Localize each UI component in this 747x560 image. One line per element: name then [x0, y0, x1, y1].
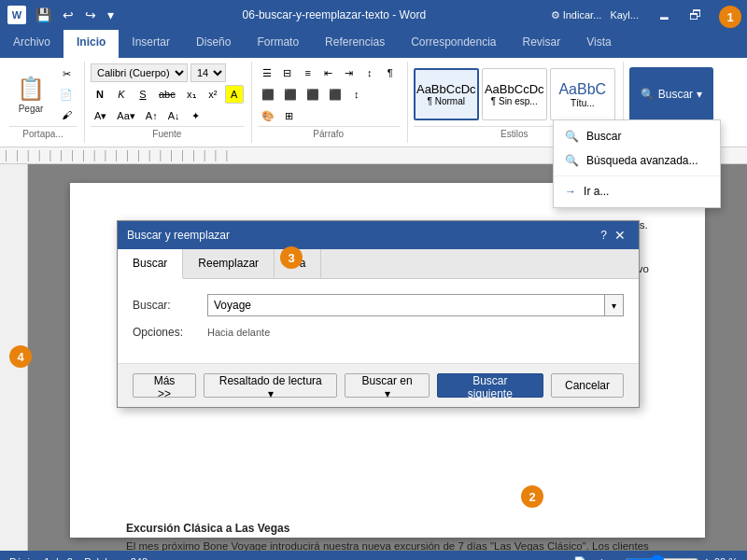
help-icon[interactable]: ?	[600, 227, 607, 244]
border-button[interactable]: ⊞	[280, 106, 299, 125]
dialog-close-button[interactable]: ✕	[611, 227, 629, 244]
align-center-button[interactable]: ⬛	[280, 85, 301, 104]
group-paragraph: ☰ ⊟ ≡ ⇤ ⇥ ↕ ¶ ⬛ ⬛ ⬛ ⬛	[254, 62, 408, 143]
font-color-button[interactable]: A▾	[91, 106, 110, 125]
justify-button[interactable]: ⬛	[325, 85, 345, 104]
resaltado-label: Resaltado de lectura	[219, 374, 322, 387]
italic-button[interactable]: K	[112, 85, 131, 104]
font-size-select[interactable]: 14	[190, 63, 226, 82]
underline-button[interactable]: S	[134, 85, 152, 104]
style-no-spacing-label: ¶ Sin esp...	[491, 96, 538, 106]
group-font: Calibri (Cuerpo) 14 N K S abc x₁	[87, 62, 252, 143]
dialog-titlebar-right: ? ✕	[600, 227, 629, 244]
dialog-buscaren-button[interactable]: Buscar en ▾	[345, 373, 429, 398]
dialog-options-row: Opciones: Hacia delante	[133, 324, 624, 341]
clipboard-content: 📋 Pegar ✂ 📄 🖌	[9, 63, 77, 125]
buscar-dropdown-arrow: ▾	[697, 88, 702, 101]
paragraph-content: ☰ ⊟ ≡ ⇤ ⇥ ↕ ¶ ⬛ ⬛ ⬛ ⬛	[258, 63, 400, 125]
multilevel-list-button[interactable]: ≡	[299, 63, 317, 82]
dialog-options-value: Hacia delante	[207, 325, 270, 341]
style-no-spacing[interactable]: AaBbCcDc ¶ Sin esp...	[482, 68, 547, 120]
maximize-button[interactable]: 🗗	[682, 6, 710, 24]
bold-button[interactable]: N	[91, 85, 109, 104]
tab-diseno[interactable]: Diseño	[183, 30, 244, 58]
tab-correspondencia[interactable]: Correspondencia	[398, 30, 509, 58]
align-left-button[interactable]: ⬛	[258, 85, 278, 104]
indent-decrease-button[interactable]: ⇤	[319, 63, 338, 82]
paste-button[interactable]: 📋 Pegar	[9, 66, 52, 122]
status-bar: Página 1 de 2 Palabras: 248 📄 ✓ − + 90 %	[0, 551, 747, 560]
clear-format-button[interactable]: ✦	[187, 106, 205, 125]
tab-archivo[interactable]: Archivo	[0, 30, 63, 58]
strikethrough-button[interactable]: abc	[155, 85, 179, 104]
zoom-plus-button[interactable]: +	[703, 554, 711, 560]
page-section-paragraph: El mes próximo Bone Voyage introducirá n…	[126, 538, 649, 551]
search-icon: 🔍	[641, 88, 655, 101]
dialog-search-label: Buscar:	[133, 297, 207, 314]
dropdown-avanzada[interactable]: 🔍 Búsqueda avanzada...	[554, 148, 720, 173]
para-row-1: ☰ ⊟ ≡ ⇤ ⇥ ↕ ¶	[258, 63, 400, 82]
more-icon[interactable]: ▾	[104, 6, 118, 24]
font-family-select[interactable]: Calibri (Cuerpo)	[91, 63, 188, 82]
subscript-button[interactable]: x₁	[182, 85, 201, 104]
badge-2: 2	[521, 485, 543, 508]
font-size-increase-button[interactable]: A↑	[142, 106, 162, 125]
dialog-tab-reemplazar[interactable]: Reemplazar	[183, 249, 275, 278]
sort-button[interactable]: ↕	[360, 63, 379, 82]
redo-icon[interactable]: ↪	[81, 6, 100, 24]
font-size-decrease-button[interactable]: A↓	[164, 106, 184, 125]
zoom-minus-button[interactable]: −	[613, 554, 621, 560]
dropdown-goto[interactable]: → Ir a...	[554, 179, 720, 203]
font-highlight-button[interactable]: Aa▾	[113, 106, 138, 125]
dropdown-buscar[interactable]: 🔍 Buscar	[554, 124, 720, 148]
superscript-button[interactable]: x²	[204, 85, 222, 104]
tab-referencias[interactable]: Referencias	[312, 30, 398, 58]
cut-button[interactable]: ✂	[56, 64, 77, 83]
tab-inicio[interactable]: Inicio	[63, 30, 119, 58]
dialog-search-input[interactable]	[207, 294, 605, 316]
dialog-search-dropdown-btn[interactable]: ▾	[605, 294, 624, 316]
dialog-cancelar-button[interactable]: Cancelar	[551, 373, 624, 398]
zoom-slider[interactable]	[625, 554, 699, 560]
indent-increase-button[interactable]: ⇥	[340, 63, 359, 82]
buscar-button[interactable]: 🔍 Buscar ▾	[629, 67, 713, 121]
check-icon[interactable]: ✓	[596, 556, 604, 561]
ribbon-content: 📋 Pegar ✂ 📄 🖌 Portapa...	[0, 58, 747, 147]
undo-icon[interactable]: ↩	[59, 6, 78, 24]
copy-button[interactable]: 📄	[56, 85, 77, 104]
layout-icon[interactable]: 📄	[573, 556, 586, 561]
dropdown-buscar-label: Buscar	[586, 130, 621, 143]
line-spacing-button[interactable]: ↕	[347, 85, 366, 104]
status-bar-right: 📄 ✓ − + 90 %	[573, 554, 738, 560]
format-painter-button[interactable]: 🖌	[56, 105, 77, 124]
font-row-1: Calibri (Cuerpo) 14	[91, 63, 244, 82]
dialog-siguiente-button[interactable]: Buscar siguiente	[437, 373, 543, 398]
show-marks-button[interactable]: ¶	[381, 63, 400, 82]
tab-revisar[interactable]: Revisar	[510, 30, 574, 58]
bullet-list-button[interactable]: ☰	[258, 63, 276, 82]
shading-button[interactable]: 🎨	[258, 106, 278, 125]
highlight-button[interactable]: A	[225, 85, 244, 104]
style-normal[interactable]: AaBbCcDc ¶ Normal	[414, 68, 479, 120]
style-heading1-label: Títu...	[571, 98, 595, 108]
font-controls: Calibri (Cuerpo) 14 N K S abc x₁	[91, 63, 244, 125]
page-section: Excursión Clásica a Las Vegas El mes pró…	[126, 520, 649, 551]
para-row-3: 🎨 ⊞	[258, 106, 400, 125]
dialog-mas-button[interactable]: Más >>	[133, 373, 196, 398]
dialog-tab-buscar[interactable]: Buscar	[118, 249, 183, 279]
minimize-button[interactable]: 🗕	[650, 6, 678, 24]
dialog-titlebar: Buscar y reemplazar ? ✕	[118, 221, 639, 249]
dialog-resaltado-button[interactable]: Resaltado de lectura ▾	[204, 373, 337, 398]
tab-insertar[interactable]: Insertar	[119, 30, 183, 58]
save-icon[interactable]: 💾	[32, 6, 55, 24]
numbered-list-button[interactable]: ⊟	[278, 63, 297, 82]
status-bar-left: Página 1 de 2 Palabras: 248	[9, 556, 148, 560]
align-right-button[interactable]: ⬛	[303, 85, 323, 104]
style-heading1[interactable]: AaBbC Títu...	[550, 68, 615, 120]
ruler-content: │ │ │ │ │ │ │ │ │ │ │ │ │ │ │ │ │ │ │ │ …	[4, 150, 230, 161]
styles-area: AaBbCcDc ¶ Normal AaBbCcDc ¶ Sin esp... …	[414, 68, 615, 120]
find-replace-dialog: Buscar y reemplazar ? ✕ Buscar Reemplaza…	[117, 220, 640, 408]
tab-formato[interactable]: Formato	[244, 30, 312, 58]
dialog-title: Buscar y reemplazar	[127, 227, 230, 244]
tab-vista[interactable]: Vista	[573, 30, 624, 58]
